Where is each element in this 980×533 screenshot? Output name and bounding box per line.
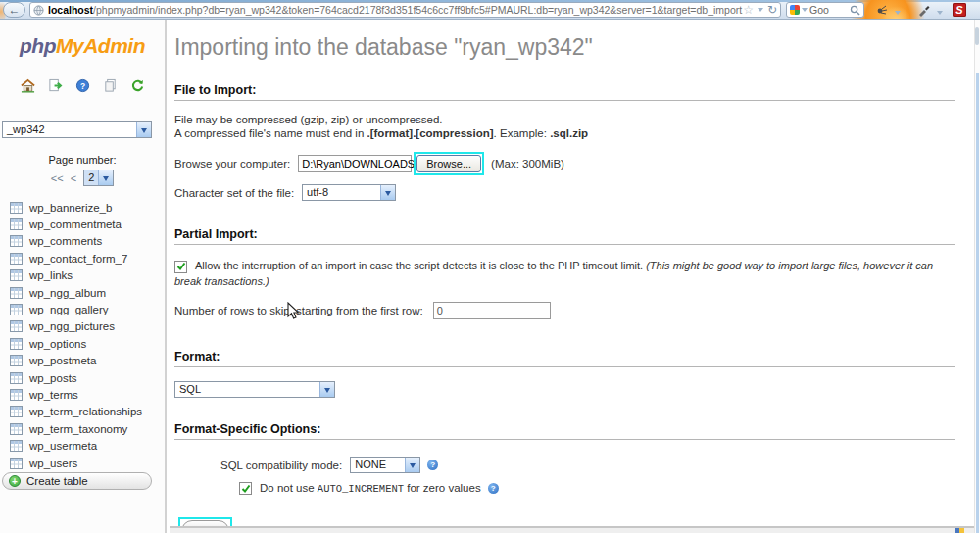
- database-select[interactable]: _wp342: [2, 121, 152, 138]
- search-input[interactable]: Goo: [809, 4, 848, 16]
- sidebar-table-item[interactable]: wp_term_relationships: [0, 404, 165, 420]
- url-path: /phpmyadmin/index.php?db=ryan_wp342&toke…: [93, 4, 743, 16]
- sidebar-table-item[interactable]: wp_commentmeta: [0, 216, 165, 232]
- format-options-heading: Format-Specific Options:: [174, 422, 955, 440]
- sidebar-table-item[interactable]: wp_usermeta: [0, 437, 165, 454]
- search-engine-dropdown-icon[interactable]: [802, 8, 808, 15]
- search-box[interactable]: Goo: [786, 2, 864, 18]
- log-out-icon[interactable]: [48, 78, 63, 93]
- sidebar-table-item[interactable]: wp_postmeta: [0, 353, 165, 369]
- skip-rows-input[interactable]: 0: [433, 302, 551, 319]
- sidebar-table-item[interactable]: wp_ngg_gallery: [0, 301, 165, 317]
- browse-button[interactable]: Browse...: [416, 155, 481, 172]
- sql-compat-row: SQL compatibility mode: NONE ?: [220, 457, 955, 473]
- svg-text:?: ?: [79, 81, 84, 91]
- table-icon: [10, 372, 23, 384]
- back-button[interactable]: ←: [3, 2, 25, 18]
- table-icon: [10, 218, 23, 230]
- partial-import-heading: Partial Import:: [174, 227, 955, 245]
- table-name: wp_bannerize_b: [29, 202, 112, 214]
- vertical-scrollbar[interactable]: [974, 20, 980, 533]
- table-name: wp_term_relationships: [29, 406, 142, 417]
- compression-note: File may be compressed (gzip, zip) or un…: [174, 114, 955, 140]
- sidebar-table-item[interactable]: wp_terms: [0, 386, 165, 403]
- table-name: wp_options: [29, 338, 86, 350]
- sidebar-table-item[interactable]: wp_ngg_album: [0, 284, 165, 301]
- format-heading: Format:: [174, 350, 955, 367]
- allow-interruption-checkbox[interactable]: [174, 261, 187, 273]
- table-icon: [10, 458, 23, 469]
- extension-s-icon[interactable]: S: [953, 3, 966, 17]
- google-logo-icon: [790, 5, 800, 15]
- max-size-note: (Max: 300MiB): [491, 158, 564, 170]
- auto-increment-label: Do not use AUTO_INCREMENT for zero value…: [260, 482, 481, 495]
- sidebar-table-item[interactable]: wp_posts: [0, 369, 165, 386]
- help-icon[interactable]: ?: [75, 78, 90, 93]
- globe-icon: [33, 5, 44, 16]
- reload-icon[interactable]: ↻: [767, 5, 777, 15]
- table-name: wp_commentmeta: [29, 218, 122, 230]
- import-page: Importing into the database "ryan_wp342"…: [167, 20, 980, 533]
- help-icon[interactable]: ?: [427, 460, 438, 470]
- search-icon[interactable]: [850, 5, 860, 16]
- bookmark-star-icon[interactable]: ☆: [743, 5, 754, 15]
- sidebar-table-item[interactable]: wp_term_taxonomy: [0, 420, 165, 437]
- table-name: wp_users: [29, 458, 77, 469]
- browse-row: Browse your computer: D:\Ryan\DOWNLOADS …: [174, 152, 955, 175]
- sidebar-table-item[interactable]: wp_users: [0, 455, 165, 471]
- create-table-button[interactable]: + Create table: [2, 472, 152, 490]
- addon-dropdown-icon[interactable]: [895, 11, 901, 18]
- address-bar[interactable]: localhost/phpmyadmin/index.php?db=ryan_w…: [29, 2, 781, 18]
- file-path-input[interactable]: D:\Ryan\DOWNLOADS: [298, 155, 412, 172]
- mouse-cursor: [287, 302, 300, 320]
- chevron-down-icon: [98, 170, 113, 185]
- sql-compat-select[interactable]: NONE: [350, 457, 420, 473]
- help-icon[interactable]: ?: [488, 483, 499, 494]
- allow-interruption-label: Allow the interruption of an import in c…: [195, 260, 646, 271]
- table-icon: [10, 440, 23, 452]
- sidebar-table-item[interactable]: wp_bannerize_b: [0, 199, 165, 216]
- click-highlight: Browse...: [414, 152, 484, 175]
- sidebar-icon-row: ?: [0, 78, 165, 93]
- url-text: localhost/phpmyadmin/index.php?db=ryan_w…: [48, 4, 743, 16]
- sidebar-table-item[interactable]: wp_contact_form_7: [0, 250, 165, 266]
- table-name: wp_posts: [29, 372, 77, 384]
- table-icon: [10, 304, 23, 315]
- charset-select[interactable]: utf-8: [302, 184, 396, 201]
- page-number-select[interactable]: 2: [83, 170, 114, 186]
- scrollbar-thumb[interactable]: [976, 73, 979, 533]
- eyedropper-dropdown-icon[interactable]: [937, 11, 943, 18]
- sidebar-table-item[interactable]: wp_options: [0, 335, 165, 352]
- chevron-down-icon: [405, 458, 419, 472]
- home-icon[interactable]: [21, 78, 35, 93]
- format-select[interactable]: SQL: [174, 381, 335, 398]
- eyedropper-icon[interactable]: [917, 4, 930, 17]
- navigation-sidebar: phpMyAdmin ?: [0, 20, 167, 533]
- auto-increment-row: Do not use AUTO_INCREMENT for zero value…: [239, 482, 955, 495]
- chevron-down-icon: [319, 382, 334, 397]
- table-icon: [10, 287, 23, 299]
- sidebar-table-item[interactable]: wp_comments: [0, 233, 165, 250]
- scrollbar-nub[interactable]: [975, 27, 979, 45]
- sidebar-table-item[interactable]: wp_links: [0, 267, 165, 284]
- table-icon: [10, 320, 23, 332]
- url-host: localhost: [48, 4, 93, 16]
- pagination-prev-link[interactable]: <: [71, 172, 76, 184]
- charset-label: Character set of the file:: [174, 187, 294, 199]
- refresh-icon[interactable]: [130, 78, 145, 93]
- plus-icon: +: [9, 475, 21, 487]
- pagination-first-link[interactable]: <<: [51, 172, 64, 184]
- docs-icon[interactable]: [103, 78, 118, 93]
- table-name: wp_contact_form_7: [29, 253, 127, 265]
- addon-tool-icon[interactable]: [875, 4, 888, 17]
- browse-label: Browse your computer:: [174, 158, 290, 170]
- chevron-down-icon: [136, 122, 151, 137]
- auto-increment-checkbox[interactable]: [239, 482, 252, 495]
- table-name: wp_terms: [29, 389, 78, 401]
- bottom-mini-icon: [956, 528, 964, 533]
- sidebar-table-item[interactable]: wp_ngg_pictures: [0, 318, 165, 335]
- table-name: wp_usermeta: [29, 440, 97, 452]
- url-dropdown-icon[interactable]: [758, 8, 763, 15]
- table-icon: [10, 389, 23, 401]
- table-name: wp_ngg_gallery: [29, 304, 109, 315]
